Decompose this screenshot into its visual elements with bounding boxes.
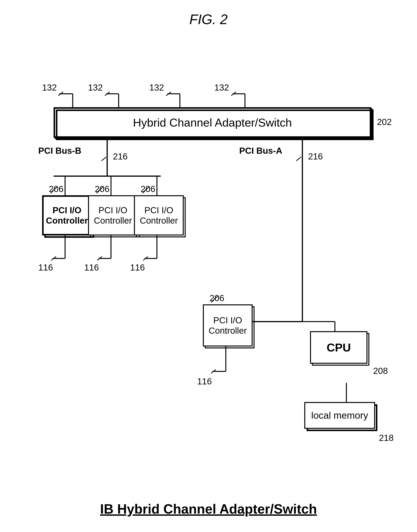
ref-116-4: 116 bbox=[197, 376, 212, 386]
cpu-box: CPU bbox=[310, 331, 367, 364]
pci-bus-a-label: PCI Bus-A bbox=[239, 146, 282, 156]
ref-116-2: 116 bbox=[84, 262, 99, 273]
pci-controller-3: PCI I/O Controller bbox=[134, 195, 184, 235]
pci-controller-4: PCI I/O Controller bbox=[203, 304, 253, 347]
ref-132-1: 132 bbox=[42, 82, 57, 93]
svg-line-11 bbox=[231, 92, 236, 96]
bottom-caption: IB Hybrid Channel Adapter/Switch bbox=[100, 501, 317, 517]
ref-206-4: 206 bbox=[209, 293, 224, 303]
ref-132-3: 132 bbox=[149, 82, 164, 93]
pci-controller-1: PCI I/O Controller bbox=[42, 195, 92, 235]
ref-216-b: 216 bbox=[113, 151, 128, 161]
figure-title: FIG. 2 bbox=[189, 11, 228, 27]
ref-218: 218 bbox=[379, 433, 394, 443]
svg-line-15 bbox=[296, 157, 301, 161]
ref-202: 202 bbox=[377, 117, 392, 127]
svg-line-5 bbox=[105, 92, 110, 96]
pci-controller-2: PCI I/O Controller bbox=[88, 195, 138, 235]
svg-line-13 bbox=[101, 157, 106, 161]
page-container: FIG. 2 bbox=[0, 0, 417, 532]
svg-line-8 bbox=[166, 92, 171, 96]
svg-line-31 bbox=[97, 256, 102, 260]
svg-line-34 bbox=[143, 256, 148, 260]
ref-132-4: 132 bbox=[214, 82, 229, 93]
ref-116-1: 116 bbox=[38, 262, 53, 273]
diagram-svg bbox=[0, 0, 417, 532]
ref-216-a: 216 bbox=[308, 151, 323, 161]
ref-208: 208 bbox=[373, 366, 388, 376]
ref-116-3: 116 bbox=[130, 262, 145, 273]
svg-line-28 bbox=[51, 256, 56, 260]
ref-206-1: 206 bbox=[49, 184, 63, 194]
ref-132-2: 132 bbox=[88, 82, 103, 93]
ref-206-2: 206 bbox=[95, 184, 109, 194]
ref-206-3: 206 bbox=[141, 184, 155, 194]
svg-line-2 bbox=[58, 92, 63, 96]
pci-bus-b-label: PCI Bus-B bbox=[38, 146, 81, 156]
svg-line-41 bbox=[211, 370, 216, 373]
local-memory-box: local memory bbox=[304, 402, 375, 429]
